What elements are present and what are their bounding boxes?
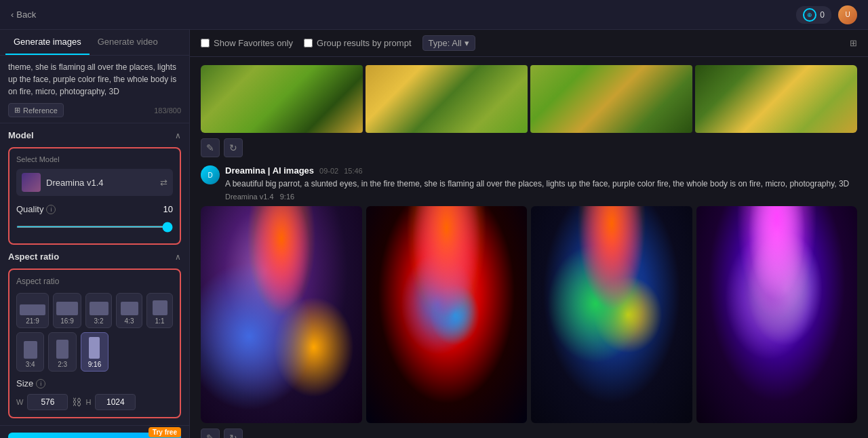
generate-button[interactable]: Try free Generate ● 0 bbox=[8, 433, 181, 438]
height-input[interactable] bbox=[95, 394, 136, 410]
message-model-name: Dreamina v1.4 bbox=[225, 193, 274, 201]
edit-button-bottom[interactable]: ✎ bbox=[201, 429, 220, 438]
quality-row: Quality i 10 bbox=[16, 204, 173, 214]
quality-label: Quality i bbox=[16, 204, 56, 214]
reference-icon: ⊞ bbox=[14, 106, 20, 115]
aspect-btn-2-3[interactable]: 2:3 bbox=[48, 332, 76, 372]
aspect-ratio-title: Aspect ratio bbox=[8, 252, 59, 262]
type-select-label: Type: All bbox=[429, 38, 462, 48]
edit-icon-strip: ✎ bbox=[206, 142, 214, 153]
aspect-btn-4-3[interactable]: 4:3 bbox=[116, 293, 142, 328]
model-name: Dreamina v1.4 bbox=[46, 178, 160, 188]
avatar[interactable]: U bbox=[838, 5, 857, 24]
grid-view-icon[interactable]: ⊞ bbox=[850, 38, 857, 48]
globe-icon: ⊕ bbox=[803, 8, 816, 22]
model-select-label: Select Model bbox=[16, 155, 173, 163]
aspect-shape-1-1 bbox=[153, 300, 167, 315]
credits-count: 0 bbox=[820, 10, 825, 20]
type-chevron-icon: ▾ bbox=[465, 38, 469, 48]
prompt-text: theme, she is flaming all over the place… bbox=[8, 61, 181, 98]
show-favorites-checkbox[interactable] bbox=[201, 39, 210, 47]
aspect-label-3-2: 3:2 bbox=[94, 317, 104, 325]
group-results-item[interactable]: Group results by prompt bbox=[304, 38, 411, 48]
model-section-title: Model bbox=[8, 130, 34, 140]
content-toolbar: Show Favorites only Group results by pro… bbox=[190, 30, 868, 57]
message-text: A beautiful big parrot, a slunted eyes, … bbox=[225, 178, 857, 190]
model-box: Select Model Dreamina v1.4 ⇄ Quality i 1… bbox=[8, 147, 181, 245]
quality-info-icon: i bbox=[46, 205, 56, 214]
type-select[interactable]: Type: All ▾ bbox=[422, 35, 475, 51]
tab-generate-video[interactable]: Generate video bbox=[90, 30, 166, 55]
message-content: Dreamina | AI images 09-02 15:46 A beaut… bbox=[225, 165, 857, 201]
main-layout: Generate images Generate video theme, sh… bbox=[0, 30, 868, 438]
quality-slider-container bbox=[16, 220, 173, 230]
parrot-img-4[interactable] bbox=[696, 206, 858, 423]
size-label: Size i bbox=[16, 378, 45, 389]
model-section: Model ∧ Select Model Dreamina v1.4 ⇄ Qua… bbox=[0, 123, 189, 425]
reference-button[interactable]: ⊞ Reference bbox=[8, 103, 64, 117]
nav-right: ⊕ 0 U bbox=[796, 5, 857, 24]
aspect-label-3-4: 3:4 bbox=[26, 361, 35, 368]
refresh-icon-bottom: ↻ bbox=[229, 433, 237, 438]
size-label-text: Size bbox=[16, 378, 33, 389]
model-thumbnail bbox=[22, 173, 41, 192]
tab-generate-images[interactable]: Generate images bbox=[5, 30, 90, 55]
aspect-btn-3-2[interactable]: 3:2 bbox=[85, 293, 112, 328]
message-date: 09-02 bbox=[319, 167, 338, 175]
message-model-ratio: 9:16 bbox=[280, 193, 294, 201]
generate-area: Try free Generate ● 0 bbox=[0, 425, 189, 438]
aspect-btn-21-9[interactable]: 21:9 bbox=[16, 293, 49, 328]
strip-img-inner-2 bbox=[366, 65, 528, 133]
show-favorites-item[interactable]: Show Favorites only bbox=[201, 38, 293, 48]
try-free-badge: Try free bbox=[149, 427, 181, 437]
aspect-chevron-icon: ∧ bbox=[175, 252, 181, 262]
aspect-shape-16-9 bbox=[56, 302, 78, 315]
quality-slider[interactable] bbox=[16, 226, 173, 228]
aspect-label-16-9: 16:9 bbox=[60, 317, 73, 325]
model-item[interactable]: Dreamina v1.4 ⇄ bbox=[16, 169, 173, 196]
strip-img-inner-3 bbox=[530, 65, 692, 133]
width-label: W bbox=[16, 398, 23, 406]
back-label: Back bbox=[16, 9, 36, 20]
char-count: 183/800 bbox=[154, 106, 181, 115]
credits-badge: ⊕ 0 bbox=[796, 6, 831, 24]
aspect-btn-16-9[interactable]: 16:9 bbox=[53, 293, 81, 328]
message-row: D Dreamina | AI images 09-02 15:46 A bea… bbox=[201, 165, 857, 201]
aspect-shape-21-9 bbox=[20, 304, 45, 315]
parrot-img-3[interactable] bbox=[531, 206, 692, 423]
images-scroll[interactable]: ✎ ↻ D Dreamina | AI images 09-02 15:46 bbox=[190, 57, 868, 438]
edit-icon-bottom: ✎ bbox=[206, 433, 214, 438]
strip-img-inner-1 bbox=[201, 65, 363, 133]
link-icon: ⛓ bbox=[72, 397, 81, 407]
back-button[interactable]: ‹ Back bbox=[11, 9, 36, 20]
refresh-button-strip[interactable]: ↻ bbox=[224, 138, 243, 157]
sidebar: Generate images Generate video theme, sh… bbox=[0, 30, 190, 438]
group-results-label: Group results by prompt bbox=[317, 38, 411, 48]
aspect-btn-3-4[interactable]: 3:4 bbox=[16, 332, 44, 372]
message-avatar: D bbox=[201, 165, 220, 184]
aspect-label-2-3: 2:3 bbox=[58, 361, 67, 368]
size-info-icon: i bbox=[36, 379, 45, 389]
edit-button-strip[interactable]: ✎ bbox=[201, 138, 220, 157]
message-model: Dreamina v1.4 9:16 bbox=[225, 193, 857, 201]
group-results-checkbox[interactable] bbox=[304, 39, 313, 47]
model-settings-icon: ⇄ bbox=[160, 178, 167, 188]
show-favorites-label: Show Favorites only bbox=[214, 38, 293, 48]
aspect-btn-9-16[interactable]: 9:16 bbox=[81, 332, 108, 372]
prompt-area: theme, she is flaming all over the place… bbox=[0, 56, 189, 123]
model-section-header[interactable]: Model ∧ bbox=[8, 130, 181, 140]
strip-img-4 bbox=[695, 65, 857, 133]
aspect-grid-row1: 21:9 16:9 3:2 4:3 bbox=[16, 293, 173, 328]
width-input[interactable] bbox=[27, 394, 68, 410]
parrot-img-2[interactable] bbox=[366, 206, 528, 423]
parrot-img-1[interactable] bbox=[201, 206, 362, 423]
content-area: Show Favorites only Group results by pro… bbox=[190, 30, 868, 438]
aspect-btn-1-1[interactable]: 1:1 bbox=[146, 293, 173, 328]
aspect-ratio-section: Aspect ratio 21:9 16:9 3:2 bbox=[8, 268, 181, 418]
strip-img-inner-4 bbox=[695, 65, 857, 133]
size-input-row: W ⛓ H bbox=[16, 394, 173, 410]
aspect-ratio-section-header[interactable]: Aspect ratio ∧ bbox=[8, 252, 181, 262]
aspect-label-21-9: 21:9 bbox=[26, 317, 39, 325]
tab-generate-images-label: Generate images bbox=[14, 37, 81, 47]
refresh-button-bottom[interactable]: ↻ bbox=[224, 429, 243, 438]
